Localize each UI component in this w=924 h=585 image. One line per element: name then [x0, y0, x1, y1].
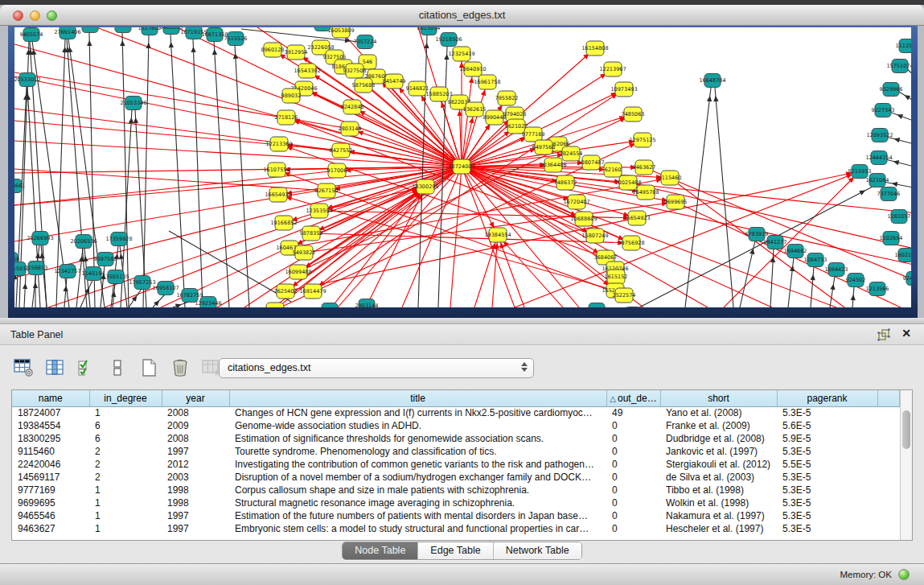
- table-cell[interactable]: 5.3E-5: [777, 471, 877, 484]
- table-cell[interactable]: 0: [606, 522, 660, 535]
- table-cell[interactable]: 1998: [162, 484, 229, 496]
- table-cell[interactable]: 2009: [162, 419, 229, 432]
- table-cell[interactable]: 9115460: [12, 445, 89, 458]
- table-row[interactable]: 946362711997Embryonic stem cells: a mode…: [12, 522, 900, 535]
- table-cell[interactable]: de Silva et al. (2003): [660, 471, 777, 484]
- table-cell[interactable]: 5.3E-5: [777, 445, 877, 458]
- column-header-short[interactable]: short: [660, 390, 777, 406]
- table-cell[interactable]: Embryonic stem cells: a model to study s…: [229, 522, 606, 535]
- table-cell[interactable]: 5.3E-5: [777, 484, 877, 496]
- table-scrollbar[interactable]: [900, 390, 912, 540]
- table-cell[interactable]: 0: [606, 432, 660, 445]
- table-cell[interactable]: 6: [89, 432, 162, 445]
- table-cell[interactable]: Wolkin et al. (1998): [660, 496, 777, 509]
- table-cell[interactable]: 9777169: [12, 484, 89, 496]
- table-cell[interactable]: 1: [89, 522, 162, 535]
- table-cell[interactable]: 5.9E-5: [777, 432, 877, 445]
- table-cell[interactable]: 5.5E-5: [777, 458, 877, 471]
- table-row[interactable]: 977716911998Corpus callosum shape and si…: [12, 484, 900, 496]
- table-cell[interactable]: 1: [89, 406, 162, 419]
- table-cell[interactable]: 9463627: [12, 522, 89, 535]
- window-titlebar[interactable]: citations_edges.txt: [0, 5, 924, 26]
- close-panel-icon[interactable]: ✕: [901, 327, 911, 340]
- memory-ok-indicator[interactable]: [898, 569, 910, 580]
- table-cell[interactable]: Franke et al. (2009): [660, 419, 777, 432]
- table-cell[interactable]: 0: [606, 458, 660, 471]
- tab-node-table[interactable]: Node Table: [343, 542, 418, 559]
- select-column-icon[interactable]: [44, 357, 65, 378]
- table-cell[interactable]: Genome-wide association studies in ADHD.: [229, 419, 606, 432]
- table-cell[interactable]: Estimation of the future numbers of pati…: [229, 509, 606, 522]
- table-cell[interactable]: 2: [89, 458, 162, 471]
- table-cell[interactable]: Corpus callosum shape and size in male p…: [229, 484, 606, 496]
- table-cell[interactable]: 1997: [162, 445, 229, 458]
- table-cell[interactable]: 5.3E-5: [777, 522, 877, 535]
- table-cell[interactable]: 0: [606, 484, 660, 496]
- table-cell[interactable]: 2: [89, 471, 162, 484]
- table-cell[interactable]: 0: [606, 496, 660, 509]
- table-cell[interactable]: Nakamura et al. (1997): [660, 509, 777, 522]
- table-cell[interactable]: 1997: [162, 522, 229, 535]
- table-row[interactable]: 1830029562008Estimation of significance …: [12, 432, 900, 445]
- table-row[interactable]: 969969511998Structural magnetic resonanc…: [12, 496, 900, 509]
- table-row[interactable]: 2242004622012Investigating the contribut…: [12, 458, 900, 471]
- table-cell[interactable]: 14569117: [12, 471, 89, 484]
- tab-edge-table[interactable]: Edge Table: [418, 542, 493, 559]
- table-settings-icon[interactable]: [13, 357, 34, 378]
- table-cell[interactable]: 1: [89, 496, 162, 509]
- table-cell[interactable]: Stergiakouli et al. (2012): [660, 458, 777, 471]
- table-row[interactable]: 1456911722003Disruption of a novel membe…: [12, 471, 900, 484]
- table-cell[interactable]: 6: [89, 419, 162, 432]
- column-header-name[interactable]: name: [12, 390, 89, 406]
- table-cell[interactable]: Yano et al. (2008): [660, 406, 777, 419]
- column-header-title[interactable]: title: [229, 390, 606, 406]
- float-panel-icon[interactable]: [877, 328, 890, 341]
- network-node[interactable]: [314, 27, 331, 31]
- table-row[interactable]: 946554611997Estimation of the future num…: [12, 509, 900, 522]
- scrollbar-thumb[interactable]: [902, 410, 910, 449]
- table-cell[interactable]: 9465546: [12, 509, 89, 522]
- table-cell[interactable]: 1998: [162, 496, 229, 509]
- network-node[interactable]: [625, 307, 641, 308]
- table-cell[interactable]: 2: [89, 445, 162, 458]
- table-row[interactable]: 1938455462009Genome-wide association stu…: [12, 419, 900, 432]
- delete-column-trash-icon[interactable]: [170, 357, 191, 378]
- table-cell[interactable]: 49: [606, 406, 660, 419]
- table-cell[interactable]: 2008: [162, 432, 229, 445]
- table-cell[interactable]: Jankovic et al. (1997): [660, 445, 777, 458]
- tab-network-table[interactable]: Network Table: [494, 542, 581, 559]
- table-cell[interactable]: 5.6E-5: [777, 419, 877, 432]
- table-cell[interactable]: 0: [606, 471, 660, 484]
- table-cell[interactable]: 2003: [162, 471, 229, 484]
- table-cell[interactable]: Hescheler et al. (1997): [660, 522, 777, 535]
- table-cell[interactable]: 1: [89, 509, 162, 522]
- column-header-in_degree[interactable]: in_degree: [89, 390, 162, 406]
- table-cell[interactable]: Tibbo et al. (1998): [660, 484, 777, 496]
- table-cell[interactable]: 2012: [162, 458, 229, 471]
- table-cell[interactable]: 0: [606, 509, 660, 522]
- table-cell[interactable]: 9699695: [12, 496, 89, 509]
- column-header-pagerank[interactable]: pagerank: [777, 390, 877, 406]
- column-header-year[interactable]: year: [162, 390, 229, 406]
- table-cell[interactable]: Investigating the contribution of common…: [229, 458, 606, 471]
- table-cell[interactable]: 1: [89, 484, 162, 496]
- table-cell[interactable]: 19384554: [12, 419, 89, 432]
- new-column-icon[interactable]: [138, 357, 159, 378]
- row-height-icon[interactable]: [107, 357, 128, 378]
- table-cell[interactable]: Structural magnetic resonance image aver…: [229, 496, 606, 509]
- table-cell[interactable]: 5.3E-5: [777, 406, 877, 419]
- table-row[interactable]: 911546021997Tourette syndrome. Phenomeno…: [12, 445, 900, 458]
- table-cell[interactable]: 22420046: [12, 458, 89, 471]
- table-cell[interactable]: Estimation of significance thresholds fo…: [229, 432, 606, 445]
- show-columns-check-icon[interactable]: [76, 357, 97, 378]
- network-canvas[interactable]: 8960128391295423226058932750581863285461…: [14, 27, 911, 307]
- table-cell[interactable]: Changes of HCN gene expression and I(f) …: [229, 406, 606, 419]
- table-cell[interactable]: 18724007: [12, 406, 89, 419]
- column-header-out_de[interactable]: △out_de…: [606, 390, 660, 406]
- table-cell[interactable]: Disruption of a novel member of a sodium…: [229, 471, 606, 484]
- panel-divider-handle[interactable]: ▲: [0, 318, 924, 324]
- table-cell[interactable]: Dudbridge et al. (2008): [660, 432, 777, 445]
- table-cell[interactable]: 0: [606, 445, 660, 458]
- table-cell[interactable]: 2008: [162, 406, 229, 419]
- table-cell[interactable]: 5.3E-5: [777, 496, 877, 509]
